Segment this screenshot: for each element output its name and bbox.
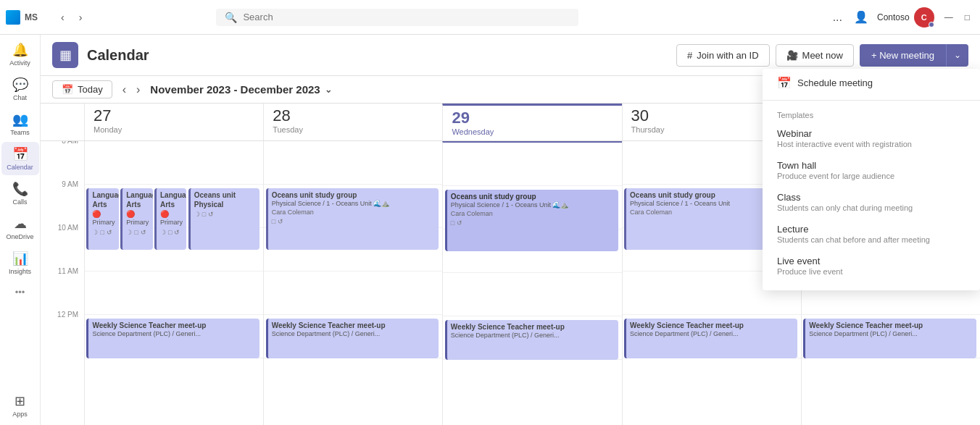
forward-arrow[interactable]: › — [73, 9, 88, 26]
join-with-id-button[interactable]: # Join with an ID — [676, 44, 770, 67]
event-mon-lang1[interactable]: Language Arts 🔴 Primary ☽ □ ↺ — [86, 188, 118, 250]
schedule-meeting-label: Schedule meeting — [797, 77, 873, 88]
day-name-mon: Monday — [94, 125, 254, 134]
event-fri-weekly[interactable]: Weekly Science Teacher meet-up Science D… — [803, 319, 976, 358]
day-name-wed: Wednesday — [452, 127, 612, 136]
sidebar-label-teams: Teams — [10, 129, 30, 136]
template-townhall[interactable]: Town hall Produce event for large audien… — [763, 154, 980, 186]
new-meeting-group: + New meeting ⌄ — [860, 44, 968, 67]
event-icons: ☽ □ ↺ — [92, 229, 115, 237]
event-weekly-sub: Science Department (PLC) / Generi... — [92, 330, 256, 339]
event-icon-loop: ↺ — [107, 229, 112, 237]
new-meeting-chevron[interactable]: ⌄ — [946, 44, 968, 67]
event-title: Language Arts 🔴 — [92, 190, 115, 219]
event-tue-oceans[interactable]: Oceans unit study group Physical Science… — [266, 188, 439, 250]
event-thu-weekly[interactable]: Weekly Science Teacher meet-up Science D… — [624, 319, 797, 358]
day-num-28: 28 — [273, 108, 433, 124]
event-icons: ☽ □ ↺ — [126, 229, 149, 237]
time-column: 8 AM 9 AM 10 AM 11 AM 12 PM — [41, 141, 84, 425]
profile-icon-btn[interactable]: 👤 — [851, 7, 871, 27]
sidebar-label-insights: Insights — [9, 268, 31, 275]
schedule-meeting-item[interactable]: 📅 Schedule meeting — [763, 69, 980, 97]
user-area: Contoso C — [877, 7, 934, 28]
back-arrow[interactable]: ‹ — [55, 9, 70, 26]
sidebar-more-dots[interactable]: ••• — [15, 281, 25, 303]
sidebar-item-teams[interactable]: 👥 Teams — [1, 107, 39, 140]
day-col-tue: Oceans unit study group Physical Science… — [263, 141, 442, 425]
avatar-initials: C — [921, 13, 927, 22]
event-mon-oceans[interactable]: Oceans unit Physical ☽ □ ↺ — [188, 188, 259, 250]
event-title: Language Arts 🔴 — [160, 190, 183, 219]
event-thu-weekly-title: Weekly Science Teacher meet-up — [630, 321, 794, 330]
event-tue-weekly[interactable]: Weekly Science Teacher meet-up Science D… — [266, 319, 439, 358]
event-title: Language Arts 🔴 — [126, 190, 149, 219]
new-meeting-label: + New meeting — [871, 50, 934, 61]
hour-line-tue-8 — [264, 141, 442, 185]
template-liveevent[interactable]: Live event Produce live event — [763, 250, 980, 282]
event-icon-chat4: □ — [168, 229, 172, 237]
today-button[interactable]: 📅 Today — [52, 80, 112, 98]
template-lecture[interactable]: Lecture Students can chat before and aft… — [763, 218, 980, 250]
time-label-12pm: 12 PM — [57, 311, 78, 319]
prev-month-button[interactable]: ‹ — [118, 82, 130, 98]
dropdown-divider — [763, 100, 980, 101]
hour-line-mon-11 — [85, 272, 263, 315]
event-icon-chat2: □ — [100, 229, 104, 237]
sidebar-label-calls: Calls — [12, 198, 27, 206]
event-sub: Primary — [160, 219, 183, 227]
event-icon-loop5: ↺ — [278, 218, 283, 227]
event-icon-loop2: ↺ — [141, 229, 146, 237]
search-input[interactable] — [243, 12, 570, 22]
event-icons: ☽ □ ↺ — [194, 211, 256, 219]
calendar-icon-wrap: ▦ — [52, 42, 78, 68]
sidebar-item-calendar[interactable]: 📅 Calendar — [1, 142, 39, 175]
time-slot-9am: 9 AM — [41, 185, 84, 228]
event-thu-weekly-sub: Science Department (PLC) / Generi... — [630, 330, 794, 339]
event-icon-moon2: ☽ — [126, 229, 132, 237]
event-tue-weekly-sub: Science Department (PLC) / Generi... — [272, 330, 436, 339]
sidebar-item-onedrive[interactable]: ☁ OneDrive — [1, 211, 39, 245]
nav-arrows: ‹ › — [55, 9, 88, 26]
event-wed-weekly[interactable]: Weekly Science Teacher meet-up Science D… — [445, 320, 618, 360]
new-meeting-button[interactable]: + New meeting — [860, 44, 946, 67]
event-mon-lang2[interactable]: Language Arts 🔴 Primary ☽ □ ↺ — [120, 188, 152, 250]
chat-icon: 💬 — [12, 77, 28, 93]
date-range-text: November 2023 - December 2023 — [150, 83, 320, 96]
minimize-btn[interactable]: — — [940, 9, 958, 25]
apps-icon: ⊞ — [14, 393, 25, 409]
new-meeting-dropdown: 📅 Schedule meeting Templates Webinar Hos… — [763, 69, 980, 290]
event-title-oceans: Oceans unit Physical — [194, 190, 256, 209]
event-title-tue-oceans: Oceans unit study group — [272, 190, 436, 200]
event-mon-weekly[interactable]: Weekly Science Teacher meet-up Science D… — [86, 319, 259, 358]
event-icon-edit2: □ — [451, 219, 454, 228]
more-options-btn[interactable]: ... — [830, 8, 845, 27]
day-header-mon: 27 Monday — [84, 104, 263, 140]
template-lecture-desc: Students can chat before and after meeti… — [777, 235, 966, 244]
next-month-button[interactable]: › — [132, 82, 144, 98]
template-webinar[interactable]: Webinar Host interactive event with regi… — [763, 122, 980, 154]
sidebar-label-chat: Chat — [13, 94, 27, 101]
sidebar-item-insights[interactable]: 📊 Insights — [1, 246, 39, 279]
date-range-chevron[interactable]: ⌄ — [325, 85, 332, 95]
onedrive-icon: ☁ — [14, 216, 27, 232]
sidebar-item-chat[interactable]: 💬 Chat — [1, 72, 39, 106]
event-icons-wed: □ ↺ — [451, 219, 615, 228]
event-wed-oceans[interactable]: Oceans unit study group Physical Science… — [445, 190, 618, 251]
meet-now-label: Meet now — [802, 50, 843, 61]
template-class[interactable]: Class Students can only chat during meet… — [763, 186, 980, 218]
sidebar-item-activity[interactable]: 🔔 Activity — [1, 38, 39, 71]
event-mon-lang3[interactable]: Language Arts 🔴 Primary ☽ □ ↺ — [154, 188, 186, 250]
activity-icon: 🔔 — [12, 42, 28, 58]
sidebar-item-apps[interactable]: ⊞ Apps — [1, 389, 39, 422]
window-controls: — □ — [940, 9, 974, 25]
maximize-btn[interactable]: □ — [960, 9, 974, 25]
avatar[interactable]: C — [914, 7, 934, 28]
event-icon-moon3: ☽ — [160, 229, 166, 237]
app-name: MS — [25, 12, 38, 22]
event-wed-weekly-title: Weekly Science Teacher meet-up — [451, 322, 615, 332]
sidebar-item-calls[interactable]: 📞 Calls — [1, 177, 39, 210]
day-col-mon: Language Arts 🔴 Primary ☽ □ ↺ Language A… — [84, 141, 263, 425]
meet-now-button[interactable]: 🎥 Meet now — [776, 44, 854, 67]
top-right-area: ... 👤 Contoso C — □ — [830, 7, 974, 28]
hash-icon: # — [687, 50, 692, 61]
